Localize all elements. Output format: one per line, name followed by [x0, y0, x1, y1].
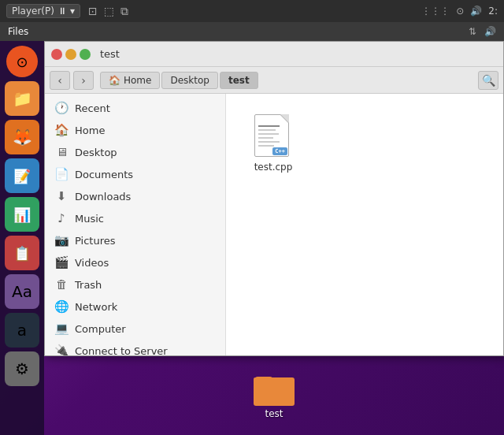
launcher-settings[interactable]: ⚙: [5, 351, 39, 386]
sidebar-item-trash-label: Trash: [75, 279, 102, 291]
sidebar-item-music-label: Music: [75, 213, 104, 225]
sidebar-item-videos-label: Videos: [75, 257, 109, 269]
clock: 2:: [488, 6, 498, 17]
dropdown-icon: ▾: [70, 6, 75, 17]
vm-icon-3[interactable]: ⧉: [120, 5, 128, 18]
close-button[interactable]: [51, 49, 62, 60]
computer-icon: 💻: [54, 322, 69, 336]
cpp-type-badge: C++: [272, 147, 287, 155]
home-icon: 🏠: [54, 123, 69, 137]
sidebar-item-network[interactable]: 🌐 Network: [45, 296, 225, 318]
top-bar-icons: ⊡ ⬚ ⧉: [88, 5, 128, 18]
file-line-5: [258, 141, 280, 143]
file-line-2: [258, 129, 276, 131]
documents-icon: 📄: [54, 167, 69, 181]
minimize-button[interactable]: [65, 49, 76, 60]
breadcrumb-desktop[interactable]: Desktop: [161, 72, 218, 89]
files-launcher-icon: 📁: [13, 89, 32, 108]
desktop-folder-test[interactable]: test: [254, 373, 295, 419]
file-corner: [280, 114, 289, 123]
sidebar: 🕐 Recent 🏠 Home 🖥 Desktop 📄 Documents: [45, 94, 226, 355]
launcher-font[interactable]: Aa: [5, 274, 39, 309]
pictures-icon: 📷: [54, 233, 69, 247]
volume-icon[interactable]: 🔊: [470, 6, 482, 17]
maximize-button[interactable]: [80, 49, 91, 60]
file-line-1: [258, 125, 280, 127]
breadcrumb-test[interactable]: test: [220, 72, 258, 89]
firefox-icon: 🦊: [13, 128, 32, 147]
player-label: Player(P): [12, 6, 54, 17]
folder-body: [254, 377, 295, 406]
connect-icon: 🔌: [54, 344, 69, 355]
test-breadcrumb-label: test: [228, 75, 250, 86]
sidebar-item-desktop-label: Desktop: [75, 147, 117, 158]
recent-icon: 🕐: [54, 101, 69, 115]
downloads-icon: ⬇: [54, 189, 69, 203]
calc-icon: 📊: [13, 206, 31, 223]
sidebar-item-home[interactable]: 🏠 Home: [45, 119, 225, 141]
sort-icon[interactable]: ⇅: [469, 26, 476, 37]
sidebar-item-videos[interactable]: 🎬 Videos: [45, 251, 225, 273]
system-top-bar: Player(P) ⏸ ▾ ⊡ ⬚ ⧉ ⋮⋮⋮ ⊙ 🔊 2:: [0, 0, 504, 22]
home-breadcrumb-icon: 🏠: [109, 75, 120, 86]
window-title: test: [100, 48, 120, 60]
bottom-bar: test: [44, 356, 504, 435]
file-content-area: C++ test.cpp: [226, 94, 503, 355]
desktop-breadcrumb-label: Desktop: [170, 75, 209, 86]
sidebar-item-pictures-label: Pictures: [75, 235, 115, 247]
sidebar-item-home-label: Home: [75, 125, 105, 136]
files-label: Files: [8, 26, 28, 37]
sidebar-item-recent[interactable]: 🕐 Recent: [45, 97, 225, 119]
desktop-folder-name: test: [265, 408, 283, 419]
search-button[interactable]: 🔍: [478, 71, 498, 90]
sidebar-item-documents[interactable]: 📄 Documents: [45, 163, 225, 185]
navigation-toolbar: ‹ › 🏠 Home Desktop test 🔍: [45, 67, 503, 94]
vm-icon-1[interactable]: ⊡: [88, 5, 98, 17]
forward-button[interactable]: ›: [73, 71, 94, 90]
sidebar-item-connect[interactable]: 🔌 Connect to Server: [45, 340, 225, 355]
vm-icon-2[interactable]: ⬚: [104, 5, 114, 17]
launcher-ubuntu[interactable]: ⊙: [6, 46, 38, 77]
home-breadcrumb-label: Home: [124, 75, 151, 86]
file-text-lines: [258, 125, 285, 149]
network-icon: 🌐: [54, 299, 69, 314]
breadcrumb-bar: 🏠 Home Desktop test: [100, 72, 472, 89]
player-menu[interactable]: Player(P) ⏸ ▾: [6, 4, 80, 18]
sidebar-item-recent-label: Recent: [75, 102, 110, 114]
file-icon-cpp: C++: [254, 114, 292, 158]
file-manager-window: test ‹ › 🏠 Home Desktop test 🔍: [44, 41, 504, 356]
writer-icon: 📝: [13, 168, 31, 184]
sidebar-item-trash[interactable]: 🗑 Trash: [45, 273, 225, 296]
sidebar-item-network-label: Network: [75, 301, 117, 313]
sidebar-item-pictures[interactable]: 📷 Pictures: [45, 229, 225, 251]
pause-icon: ⏸: [57, 6, 67, 17]
settings-icon: ⚙: [15, 359, 29, 378]
menu-dots[interactable]: ⋮⋮⋮: [421, 6, 450, 17]
sidebar-section-places: 🕐 Recent 🏠 Home 🖥 Desktop 📄 Documents: [45, 94, 225, 355]
impress-icon: 📋: [13, 245, 31, 262]
file-name-label: test.cpp: [254, 162, 293, 173]
top-bar-right: ⋮⋮⋮ ⊙ 🔊 2:: [421, 6, 498, 17]
file-item-testcpp[interactable]: C++ test.cpp: [242, 110, 305, 177]
videos-icon: 🎬: [54, 255, 69, 270]
back-button[interactable]: ‹: [50, 71, 70, 90]
ubuntu-logo-icon: ⊙: [16, 54, 28, 70]
launcher-files[interactable]: 📁: [5, 81, 39, 116]
music-icon: ♪: [54, 211, 69, 225]
files-label-bar: Files ⇅ 🔊: [0, 22, 504, 41]
sidebar-item-desktop[interactable]: 🖥 Desktop: [45, 141, 225, 163]
sidebar-item-music[interactable]: ♪ Music: [45, 207, 225, 229]
speaker-icon[interactable]: 🔊: [484, 26, 496, 37]
sidebar-item-computer[interactable]: 💻 Computer: [45, 318, 225, 340]
sidebar-item-downloads[interactable]: ⬇ Downloads: [45, 185, 225, 207]
launcher-calc[interactable]: 📊: [5, 197, 39, 232]
folder-icon-shape: [254, 373, 295, 406]
breadcrumb-home[interactable]: 🏠 Home: [100, 72, 160, 89]
launcher-firefox[interactable]: 🦊: [5, 120, 39, 154]
left-launcher: ⊙ 📁 🦊 📝 📊 📋 Aa a ⚙: [0, 41, 44, 435]
network-tray-icon[interactable]: ⊙: [456, 6, 464, 17]
launcher-amazon[interactable]: a: [5, 313, 39, 348]
file-line-3: [258, 133, 279, 135]
launcher-impress[interactable]: 📋: [5, 236, 39, 270]
launcher-writer[interactable]: 📝: [5, 158, 39, 193]
